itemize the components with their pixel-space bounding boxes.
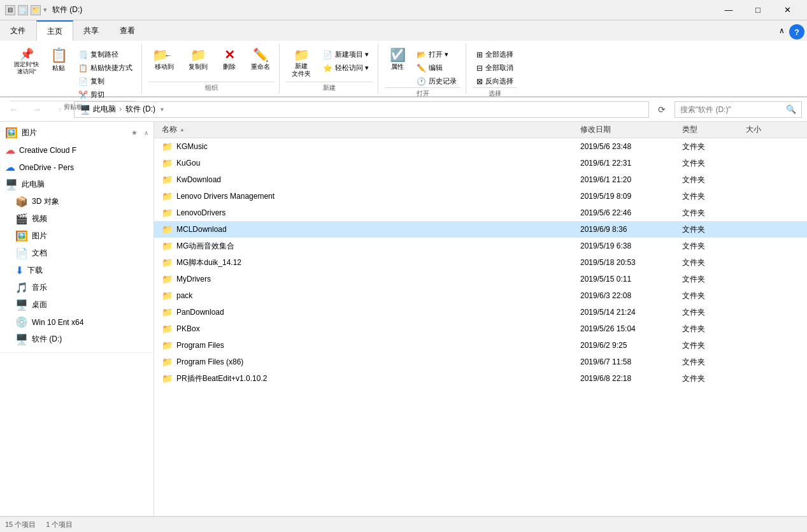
- status-bar: 15 个项目 1 个项目: [0, 516, 807, 532]
- ribbon-collapse-button[interactable]: ∧: [774, 23, 789, 38]
- sidebar-item-3d-objects[interactable]: 📦 3D 对象: [0, 193, 154, 210]
- tab-file[interactable]: 文件: [0, 20, 36, 41]
- file-date-cell: 2019/6/8 22:18: [575, 374, 677, 383]
- table-row[interactable]: 📁 PKBox 2019/5/26 15:04 文件夹: [154, 320, 807, 337]
- rename-button[interactable]: ✏️ 重命名: [247, 46, 274, 74]
- select-none-button[interactable]: ⊟ 全部取消: [473, 62, 517, 74]
- edit-button[interactable]: ✏️ 编辑: [413, 62, 461, 74]
- folder-icon: 📁: [162, 357, 173, 367]
- folder-icon: 📁: [162, 191, 173, 201]
- select-all-button[interactable]: ⊞ 全部选择: [473, 48, 517, 61]
- sidebar-item-videos[interactable]: 🎬 视频: [0, 210, 154, 227]
- new-folder-button[interactable]: 📁 新建文件夹: [286, 46, 317, 80]
- search-icon[interactable]: 🔍: [786, 104, 796, 114]
- table-row[interactable]: 📁 KGMusic 2019/5/6 23:48 文件夹: [154, 138, 807, 155]
- videos-icon: 🎬: [15, 213, 28, 225]
- new-item-button[interactable]: 📄 新建项目 ▾: [319, 48, 373, 61]
- win10-icon: 💿: [15, 316, 28, 328]
- new-items: 📁 新建文件夹 📄 新建项目 ▾ ⭐ 轻松访问 ▾: [286, 43, 373, 82]
- nav-forward-button[interactable]: →: [28, 101, 46, 119]
- close-button[interactable]: ✕: [773, 0, 802, 20]
- open-label: 打开: [385, 87, 461, 99]
- table-row[interactable]: 📁 MCLDownload 2019/6/9 8:36 文件夹: [154, 221, 807, 238]
- table-row[interactable]: 📁 MG脚本duik_14.12 2019/5/18 20:53 文件夹: [154, 254, 807, 271]
- address-input[interactable]: 🖥️ 此电脑 › 软件 (D:) ▾: [74, 101, 649, 118]
- nav-back-button[interactable]: ←: [5, 101, 23, 119]
- table-row[interactable]: 📁 KwDownload 2019/6/1 21:20 文件夹: [154, 171, 807, 188]
- folder-icon: 📁: [162, 274, 173, 284]
- sidebar-item-downloads[interactable]: ⬇ 下载: [0, 262, 154, 279]
- organize-items: 📁← 移动到 📁 复制到 ✕ 删除 ✏️ 重命名: [148, 43, 274, 82]
- copy-to-button[interactable]: 📁 复制到: [185, 46, 211, 74]
- file-name-cell: 📁 MCLDownload: [157, 224, 575, 234]
- clipboard-small-buttons: 🗒️ 复制路径 📋 粘贴快捷方式 📄 复制 ✂️ 剪切: [75, 46, 136, 101]
- copy-button[interactable]: 📄 复制: [75, 75, 136, 87]
- cut-button[interactable]: ✂️ 剪切: [75, 89, 136, 101]
- sidebar-item-creative-cloud[interactable]: ☁ Creative Cloud F: [0, 141, 154, 159]
- delete-button[interactable]: ✕ 删除: [217, 46, 242, 74]
- col-header-date[interactable]: 修改日期: [575, 124, 677, 135]
- title-bar-dropdown[interactable]: ▾: [43, 6, 47, 14]
- file-date-cell: 2019/5/19 6:38: [575, 241, 677, 250]
- help-button[interactable]: ?: [789, 24, 804, 40]
- 3d-objects-icon: 📦: [15, 196, 28, 208]
- open-button[interactable]: 📂 打开 ▾: [413, 48, 461, 61]
- file-name-text: PKBox: [176, 324, 200, 333]
- tab-home[interactable]: 主页: [36, 20, 73, 41]
- software-d-icon: 🖥️: [15, 333, 28, 345]
- file-name-text: MyDrivers: [176, 275, 211, 284]
- table-row[interactable]: 📁 Lenovo Drivers Management 2019/5/19 8:…: [154, 188, 807, 205]
- invert-selection-button[interactable]: ⊠ 反向选择: [473, 75, 517, 87]
- move-to-button[interactable]: 📁← 移动到: [148, 46, 180, 74]
- col-header-size[interactable]: 大小: [741, 124, 804, 135]
- paste-shortcut-button[interactable]: 📋 粘贴快捷方式: [75, 62, 136, 74]
- sidebar-item-software-d[interactable]: 🖥️ 软件 (D:): [0, 331, 154, 348]
- table-row[interactable]: 📁 PR插件BeatEdit+v1.0.10.2 2019/6/8 22:18 …: [154, 370, 807, 387]
- table-row[interactable]: 📁 MyDrivers 2019/5/15 0:11 文件夹: [154, 271, 807, 287]
- title-bar: ⊟ 🗒️ 📁 ▾ 软件 (D:) — □ ✕: [0, 0, 807, 20]
- sidebar-item-this-pc[interactable]: 🖥️ 此电脑: [0, 176, 154, 193]
- refresh-button[interactable]: ⟳: [654, 102, 669, 117]
- sidebar-item-music[interactable]: 🎵 音乐: [0, 279, 154, 296]
- col-header-name[interactable]: 名称 ▲: [157, 124, 575, 135]
- history-button[interactable]: 🕐 历史记录: [413, 75, 461, 87]
- select-buttons: ⊞ 全部选择 ⊟ 全部取消 ⊠ 反向选择: [473, 46, 517, 87]
- col-header-type[interactable]: 类型: [677, 124, 741, 135]
- maximize-button[interactable]: □: [743, 0, 773, 20]
- properties-button[interactable]: ☑️ 属性: [385, 46, 410, 74]
- sidebar-item-documents[interactable]: 📄 文档: [0, 245, 154, 262]
- address-bar: ← → ↑ 🖥️ 此电脑 › 软件 (D:) ▾ ⟳ 🔍: [0, 97, 807, 122]
- search-input[interactable]: [680, 105, 783, 114]
- sidebar-item-desktop[interactable]: 🖥️ 桌面: [0, 296, 154, 313]
- sidebar-item-onedrive[interactable]: ☁ OneDrive - Pers: [0, 159, 154, 176]
- table-row[interactable]: 📁 MG动画音效集合 2019/5/19 6:38 文件夹: [154, 238, 807, 254]
- table-row[interactable]: 📁 Program Files (x86) 2019/6/7 11:58 文件夹: [154, 354, 807, 370]
- tab-share[interactable]: 共享: [73, 20, 110, 41]
- window-title: 软件 (D:): [52, 4, 714, 15]
- paste-button[interactable]: 📋 粘贴: [45, 46, 72, 75]
- table-row[interactable]: 📁 KuGou 2019/6/1 22:31 文件夹: [154, 155, 807, 171]
- folder-icon: 📁: [162, 373, 173, 384]
- address-dropdown-arrow[interactable]: ▾: [161, 106, 164, 113]
- table-row[interactable]: 📁 LenovoDrivers 2019/5/6 22:46 文件夹: [154, 205, 807, 221]
- ribbon-group-select: ⊞ 全部选择 ⊟ 全部取消 ⊠ 反向选择 选择: [468, 43, 522, 94]
- minimize-button[interactable]: —: [714, 0, 743, 20]
- pictures-icon: 🖼️: [5, 127, 18, 139]
- table-row[interactable]: 📁 Program Files 2019/6/2 9:25 文件夹: [154, 337, 807, 354]
- file-type-cell: 文件夹: [677, 307, 741, 318]
- file-name-cell: 📁 KGMusic: [157, 141, 575, 152]
- table-row[interactable]: 📁 PanDownload 2019/5/14 21:24 文件夹: [154, 304, 807, 320]
- selected-count: 1 个项目: [46, 520, 73, 529]
- sidebar-item-pictures2[interactable]: 🖼️ 图片: [0, 227, 154, 245]
- ribbon-tabs: 文件 主页 共享 查看 ∧ ?: [0, 20, 807, 41]
- sidebar-item-pictures[interactable]: 🖼️ 图片 ★ ∧: [0, 124, 154, 141]
- copy-path-button[interactable]: 🗒️ 复制路径: [75, 48, 136, 61]
- onedrive-icon: ☁: [5, 161, 15, 173]
- easy-access-button[interactable]: ⭐ 轻松访问 ▾: [319, 62, 373, 74]
- nav-up-button[interactable]: ↑: [51, 101, 69, 119]
- new-small-buttons: 📄 新建项目 ▾ ⭐ 轻松访问 ▾: [319, 46, 373, 74]
- sidebar-item-win10[interactable]: 💿 Win 10 Ent x64: [0, 313, 154, 331]
- table-row[interactable]: 📁 pack 2019/6/3 22:08 文件夹: [154, 287, 807, 304]
- pin-button[interactable]: 📌 固定到"快速访问": [10, 46, 43, 78]
- tab-view[interactable]: 查看: [110, 20, 146, 41]
